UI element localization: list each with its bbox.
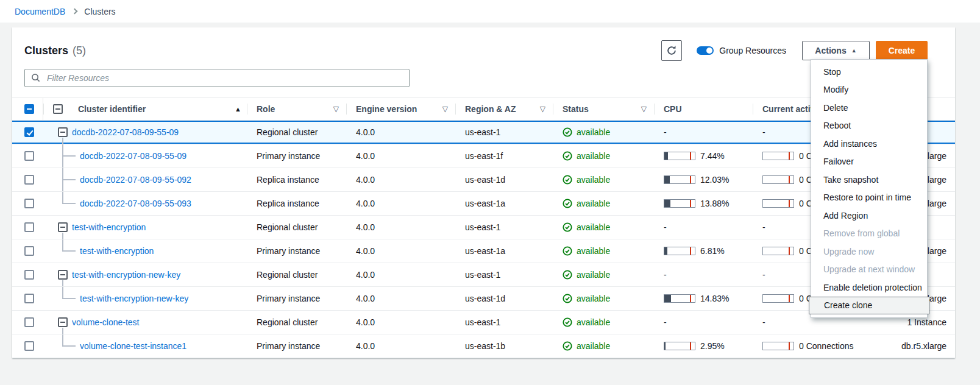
instance-link[interactable]: test-with-encryption	[80, 246, 154, 256]
expand-collapse-icon[interactable]	[58, 270, 68, 280]
row-checkbox[interactable]	[24, 175, 34, 185]
status-cell: available	[553, 311, 654, 334]
threshold-tick-icon	[690, 247, 691, 255]
menu-item-restore-to-point-in-time[interactable]: Restore to point in time	[811, 189, 927, 207]
region-az-cell: us-east-1	[455, 121, 553, 144]
role-cell: Regional cluster	[247, 311, 346, 334]
instance-link[interactable]: docdb-2022-07-08-09-55-09	[80, 151, 186, 161]
activity-empty-dash: -	[762, 270, 765, 280]
menu-item-modify[interactable]: Modify	[811, 81, 927, 99]
cpu-empty-dash: -	[664, 127, 667, 137]
row-checkbox[interactable]	[24, 127, 34, 137]
identifier-cell: test-with-encryption	[43, 216, 247, 239]
column-label: Role	[257, 104, 275, 114]
row-checkbox[interactable]	[24, 199, 34, 208]
engine-version-cell: 4.0.0	[346, 192, 455, 215]
threshold-tick-icon	[690, 200, 691, 207]
row-checkbox[interactable]	[24, 317, 34, 327]
filter-input[interactable]	[24, 69, 410, 87]
engine-version-cell: 4.0.0	[346, 216, 455, 239]
role-cell: Primary instance	[247, 239, 346, 263]
status-available-icon	[563, 294, 572, 303]
column-label: Cluster identifier	[78, 104, 146, 114]
create-button[interactable]: Create	[876, 41, 928, 60]
cpu-value: 13.88%	[700, 199, 729, 208]
status-label: available	[577, 151, 610, 161]
filter-icon[interactable]: ▽	[442, 105, 448, 113]
header-select-all-checkbox[interactable]	[24, 104, 34, 114]
cluster-link[interactable]: docdb-2022-07-08-09-55-09	[72, 127, 179, 137]
expand-collapse-icon[interactable]	[58, 222, 68, 232]
menu-item-reboot[interactable]: Reboot	[811, 117, 927, 135]
menu-item-add-region[interactable]: Add Region	[811, 207, 927, 225]
row-checkbox[interactable]	[24, 270, 34, 280]
instance-link[interactable]: test-with-encryption-new-key	[80, 294, 188, 303]
instance-link[interactable]: docdb-2022-07-08-09-55-092	[80, 175, 191, 185]
select-cell	[12, 168, 43, 191]
column-header-engine-version[interactable]: Engine version▽	[346, 98, 455, 120]
identifier-cell: docdb-2022-07-08-09-55-09	[43, 144, 247, 168]
status-cell: available	[553, 168, 654, 191]
filter-icon[interactable]: ▽	[333, 105, 339, 113]
instance-link[interactable]: volume-clone-test-instance1	[80, 341, 186, 351]
cpu-empty-dash: -	[664, 270, 667, 280]
expand-collapse-icon[interactable]	[58, 317, 68, 327]
expand-collapse-icon[interactable]	[58, 127, 68, 137]
select-cell	[12, 192, 43, 215]
actions-button[interactable]: Actions ▲	[802, 41, 870, 60]
group-resources-toggle[interactable]	[697, 46, 714, 55]
status-cell: available	[553, 144, 654, 168]
menu-item-enable-deletion-protection[interactable]: Enable deletion protection	[811, 278, 927, 297]
menu-item-create-clone[interactable]: Create clone	[809, 297, 929, 315]
menu-item-add-instances[interactable]: Add instances	[811, 135, 927, 153]
engine-version-cell: 4.0.0	[346, 334, 455, 358]
header-expand-all-icon[interactable]	[53, 104, 63, 114]
instance-link[interactable]: docdb-2022-07-08-09-55-093	[80, 199, 191, 208]
column-header-status[interactable]: Status▽	[553, 98, 654, 120]
page-title: Clusters	[24, 44, 68, 57]
column-header-cluster-identifier[interactable]: Cluster identifier▲	[43, 98, 247, 120]
menu-item-take-snapshot[interactable]: Take snapshot	[811, 171, 927, 189]
column-label: Status	[563, 104, 589, 114]
connections-bar	[762, 152, 794, 160]
cpu-bar	[664, 342, 695, 350]
role-cell: Regional cluster	[247, 216, 346, 239]
breadcrumb-link-documentdb[interactable]: DocumentDB	[15, 7, 65, 16]
row-checkbox[interactable]	[24, 341, 34, 351]
status-available-icon	[563, 199, 572, 208]
column-label: Region & AZ	[465, 104, 516, 114]
row-checkbox[interactable]	[24, 246, 34, 256]
filter-icon[interactable]: ▽	[641, 105, 647, 113]
cluster-link[interactable]: volume-clone-test	[72, 317, 140, 327]
cpu-cell: -	[654, 121, 753, 144]
column-header-role[interactable]: Role▽	[247, 98, 346, 120]
sort-ascending-icon: ▲	[235, 105, 241, 113]
breadcrumb-current-clusters: Clusters	[84, 7, 115, 16]
threshold-tick-icon	[789, 176, 790, 183]
identifier-cell: docdb-2022-07-08-09-55-093	[43, 192, 247, 215]
cpu-bar	[664, 152, 695, 160]
row-checkbox[interactable]	[24, 151, 34, 161]
cpu-bar	[664, 294, 695, 303]
select-cell	[12, 334, 43, 358]
menu-item-delete[interactable]: Delete	[811, 99, 927, 117]
status-cell: available	[553, 239, 654, 263]
menu-item-upgrade-at-next-window: Upgrade at next window	[811, 261, 927, 279]
threshold-tick-icon	[789, 152, 790, 160]
menu-item-failover[interactable]: Failover	[811, 153, 927, 171]
refresh-button[interactable]	[661, 40, 682, 61]
column-header-region-az[interactable]: Region & AZ▽	[455, 98, 553, 120]
filter-icon[interactable]: ▽	[540, 105, 545, 113]
cluster-link[interactable]: test-with-encryption	[72, 222, 146, 232]
connections-bar	[762, 342, 794, 350]
table-row: volume-clone-test-instance1Primary insta…	[12, 334, 955, 358]
row-checkbox[interactable]	[24, 294, 34, 303]
cluster-link[interactable]: test-with-encryption-new-key	[72, 270, 180, 280]
column-header-cpu[interactable]: CPU	[654, 98, 753, 120]
menu-item-stop[interactable]: Stop	[811, 63, 927, 81]
column-label: CPU	[664, 104, 682, 114]
status-available-icon	[563, 341, 572, 351]
threshold-tick-icon	[789, 200, 790, 207]
region-az-cell: us-east-1	[455, 263, 553, 286]
row-checkbox[interactable]	[24, 222, 34, 232]
